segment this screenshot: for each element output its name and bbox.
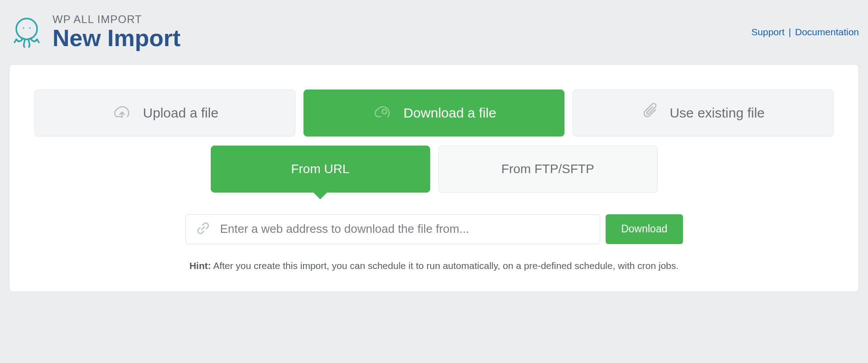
download-source-tabs: From URL From FTP/SFTP	[211, 146, 658, 193]
tab-download-file[interactable]: Download a file	[304, 90, 564, 137]
main-panel: Upload a file Download a file Use existi…	[9, 64, 859, 292]
documentation-link[interactable]: Documentation	[795, 27, 859, 37]
link-icon	[196, 221, 220, 237]
cloud-upload-icon	[111, 102, 134, 123]
app-name: WP ALL IMPORT	[52, 14, 180, 25]
hint-body: After you create this import, you can sc…	[213, 260, 678, 271]
tab-label: Upload a file	[143, 105, 218, 121]
svg-point-1	[23, 27, 24, 28]
subtab-label: From FTP/SFTP	[501, 162, 594, 176]
tab-upload-file[interactable]: Upload a file	[34, 90, 295, 137]
tab-label: Download a file	[403, 105, 496, 121]
page-title: New Import	[52, 26, 180, 51]
header-links: Support | Documentation	[751, 27, 859, 38]
header-left: WP ALL IMPORT New Import	[9, 14, 180, 51]
import-type-tabs: Upload a file Download a file Use existi…	[34, 90, 834, 137]
link-separator: |	[788, 27, 791, 37]
tab-existing-file[interactable]: Use existing file	[573, 90, 834, 137]
tab-label: Use existing file	[669, 105, 764, 121]
subtab-label: From URL	[291, 162, 349, 176]
hint-prefix: Hint:	[190, 260, 211, 271]
svg-point-2	[29, 27, 31, 28]
download-button[interactable]: Download	[606, 214, 683, 244]
paperclip-icon	[641, 102, 660, 124]
header-title-group: WP ALL IMPORT New Import	[52, 14, 180, 51]
page-header: WP ALL IMPORT New Import Support | Docum…	[9, 14, 859, 51]
subtab-from-ftp[interactable]: From FTP/SFTP	[438, 146, 658, 193]
hint-text: Hint: After you create this import, you …	[34, 260, 834, 271]
url-input-container	[185, 214, 601, 244]
octopus-logo-icon	[9, 14, 44, 50]
subtab-from-url[interactable]: From URL	[211, 146, 430, 193]
cloud-download-icon	[372, 102, 394, 123]
svg-point-0	[16, 19, 37, 39]
support-link[interactable]: Support	[751, 27, 785, 37]
url-input[interactable]	[220, 222, 590, 236]
url-input-row: Download	[185, 214, 683, 244]
